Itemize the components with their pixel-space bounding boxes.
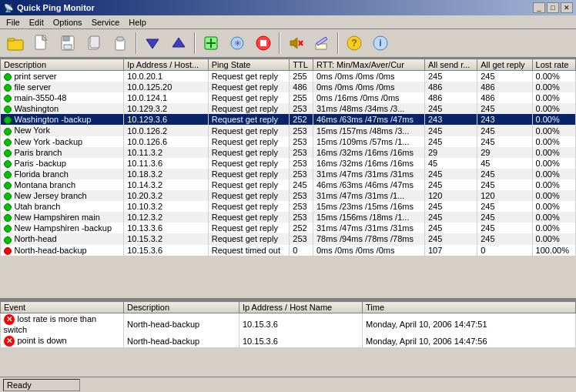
cell-ip: 10.12.3.2 xyxy=(124,212,209,223)
svg-rect-1 xyxy=(8,39,15,41)
cell-ping-state: Request get reply xyxy=(208,92,290,103)
svg-text:i: i xyxy=(379,38,381,49)
window-title: Quick Ping Monitor xyxy=(17,3,533,12)
cell-lost: 0.00% xyxy=(532,190,575,201)
minimize-button[interactable]: _ xyxy=(533,2,545,13)
edit-button[interactable] xyxy=(310,31,334,55)
col-lost[interactable]: Lost rate xyxy=(532,59,575,71)
table-row[interactable]: Montana branch 10.14.3.2 Request get rep… xyxy=(1,179,576,190)
menu-help[interactable]: Help xyxy=(124,17,151,28)
event-cell-desc: North-head-backup xyxy=(124,335,239,347)
down-button[interactable] xyxy=(140,31,165,55)
col-send[interactable]: All send r... xyxy=(425,59,477,71)
event-col-event[interactable]: Event xyxy=(1,302,124,313)
copy-doc-button[interactable] xyxy=(82,31,106,55)
cell-description: Utah branch xyxy=(1,201,124,212)
event-cell-time: Monday, April 10, 2006 14:47:56 xyxy=(363,335,576,347)
cell-reply: 245 xyxy=(477,233,532,244)
table-row[interactable]: Washington 10.129.3.2 Request get reply … xyxy=(1,103,576,114)
cell-rtt: 16ms /32ms /16ms /16ms xyxy=(313,158,425,169)
cell-ping-state: Request get reply xyxy=(208,147,290,158)
save-button[interactable] xyxy=(55,31,80,55)
svg-rect-5 xyxy=(63,36,69,41)
cell-lost: 0.00% xyxy=(532,233,575,244)
cell-description: Washington xyxy=(1,103,124,114)
window-controls[interactable]: _ □ ✕ xyxy=(533,2,573,13)
table-row[interactable]: New Jersey branch 10.20.3.2 Request get … xyxy=(1,190,576,201)
add-button[interactable] xyxy=(199,31,223,55)
close-button[interactable]: ✕ xyxy=(561,2,573,13)
paste-button[interactable] xyxy=(108,31,132,55)
cell-ttl: 253 xyxy=(290,136,313,147)
col-ip[interactable]: Ip Address / Host... xyxy=(124,59,209,71)
col-rtt[interactable]: RTT: Min/Max/Aver/Cur xyxy=(313,59,425,71)
cell-ip: 10.10.3.2 xyxy=(124,201,209,212)
menu-edit[interactable]: Edit xyxy=(25,17,49,28)
table-row[interactable]: New Hampshiren -backup 10.13.3.6 Request… xyxy=(1,223,576,233)
col-ping-state[interactable]: Ping State xyxy=(208,59,290,71)
status-dot xyxy=(4,214,12,222)
cell-rtt: 15ms /156ms /18ms /1... xyxy=(313,212,425,223)
event-cell-event: ✕point is down xyxy=(1,335,124,347)
up-button[interactable] xyxy=(166,31,191,55)
menu-service[interactable]: Service xyxy=(87,17,125,28)
cell-ttl: 245 xyxy=(290,179,313,190)
event-col-ip[interactable]: Ip Address / Host Name xyxy=(239,302,363,313)
table-row[interactable]: New York -backup 10.0.126.6 Request get … xyxy=(1,136,576,147)
cell-send: 243 xyxy=(425,114,477,125)
mute-button[interactable] xyxy=(283,31,308,55)
cell-description: New York -backup xyxy=(1,136,124,147)
table-row[interactable]: Utah branch 10.10.3.2 Request get reply … xyxy=(1,201,576,212)
settings-button[interactable]: ✳ xyxy=(225,31,249,55)
table-row[interactable]: Washington -backup 10.129.3.6 Request ge… xyxy=(1,114,576,125)
table-row[interactable]: Florida branch 10.18.3.2 Request get rep… xyxy=(1,169,576,179)
cell-rtt: 15ms /109ms /57ms /1... xyxy=(313,136,425,147)
stop-button[interactable] xyxy=(251,31,276,55)
cell-lost: 100.00% xyxy=(532,245,575,256)
cell-ip: 10.0.126.2 xyxy=(124,125,209,136)
info-button[interactable]: i xyxy=(368,31,393,55)
table-row[interactable]: main-3550-48 10.0.124.1 Request get repl… xyxy=(1,92,576,103)
maximize-button[interactable]: □ xyxy=(547,2,559,13)
cell-lost: 0.00% xyxy=(532,223,575,233)
table-row[interactable]: New York 10.0.126.2 Request get reply 25… xyxy=(1,125,576,136)
table-row[interactable]: print server 10.0.20.1 Request get reply… xyxy=(1,71,576,82)
cell-description: Florida branch xyxy=(1,169,124,179)
cell-ip: 10.0.124.1 xyxy=(124,92,209,103)
cell-ip: 10.13.3.6 xyxy=(124,223,209,233)
help-button[interactable]: ? xyxy=(342,31,367,55)
cell-reply: 245 xyxy=(477,169,532,179)
cell-lost: 0.00% xyxy=(532,212,575,223)
cell-ttl: 253 xyxy=(290,147,313,158)
cell-ip: 10.129.3.2 xyxy=(124,103,209,114)
col-description[interactable]: Description xyxy=(1,59,124,71)
cell-lost: 0.00% xyxy=(532,82,575,92)
cell-lost: 0.00% xyxy=(532,136,575,147)
event-col-desc[interactable]: Description xyxy=(124,302,239,313)
event-row[interactable]: ✕lost rate is more than switch North-hea… xyxy=(1,313,576,336)
open-folder-button[interactable] xyxy=(3,31,28,55)
table-row[interactable]: Paris branch 10.11.3.2 Request get reply… xyxy=(1,147,576,158)
menu-file[interactable]: File xyxy=(2,17,25,28)
col-ttl[interactable]: TTL xyxy=(290,59,313,71)
cell-rtt: 15ms /23ms /15ms /16ms xyxy=(313,201,425,212)
cell-send: 486 xyxy=(425,92,477,103)
cell-ip: 10.20.3.2 xyxy=(124,190,209,201)
cell-rtt: 0ms /0ms /0ms /0ms xyxy=(313,245,425,256)
table-row[interactable]: Paris -backup 10.11.3.6 Request get repl… xyxy=(1,158,576,169)
new-button[interactable] xyxy=(29,31,54,55)
menu-options[interactable]: Options xyxy=(49,17,87,28)
col-reply[interactable]: All get reply xyxy=(477,59,532,71)
ping-table-scroll[interactable]: Description Ip Address / Host... Ping St… xyxy=(0,59,576,298)
table-row[interactable]: New Hampshiren main 10.12.3.2 Request ge… xyxy=(1,212,576,223)
cell-rtt: 31ms /48ms /34ms /3... xyxy=(313,103,425,114)
table-row[interactable]: North-head-backup 10.15.3.6 Request time… xyxy=(1,245,576,256)
status-dot xyxy=(4,247,12,255)
table-row[interactable]: file server 10.0.125.20 Request get repl… xyxy=(1,82,576,92)
event-row[interactable]: ✕point is down North-head-backup 10.15.3… xyxy=(1,335,576,347)
status-dot xyxy=(4,116,12,124)
cell-ping-state: Request get reply xyxy=(208,212,290,223)
event-col-time[interactable]: Time xyxy=(363,302,576,313)
table-row[interactable]: North-head 10.15.3.2 Request get reply 2… xyxy=(1,233,576,244)
status-dot xyxy=(4,106,12,113)
